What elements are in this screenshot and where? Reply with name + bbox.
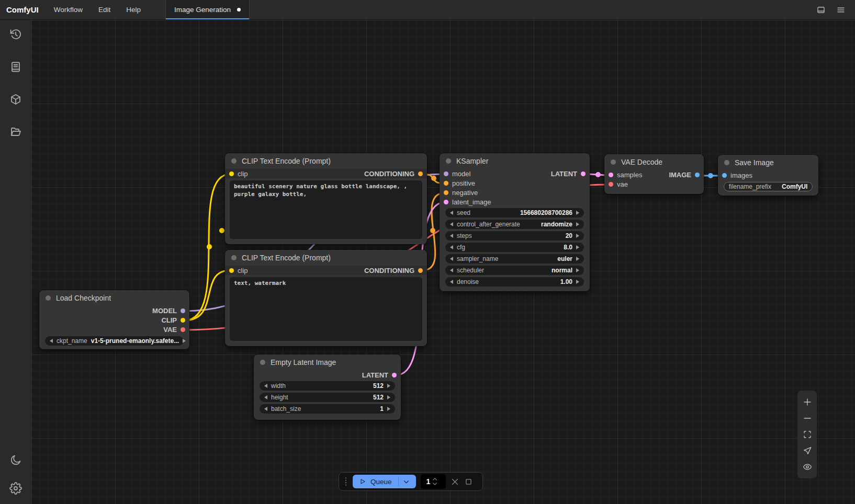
decrement-arrow-icon[interactable] (450, 234, 453, 238)
node-header[interactable]: VAE Decode (604, 154, 704, 170)
positive-input-dot[interactable] (444, 181, 448, 186)
batch-count-input[interactable]: 1 (421, 474, 446, 489)
increment-arrow-icon[interactable] (576, 280, 579, 284)
model-output-dot[interactable] (181, 308, 185, 313)
samples-input-dot[interactable] (609, 173, 613, 177)
vae-input-dot[interactable] (609, 182, 613, 187)
prev-value-arrow-icon[interactable] (50, 339, 53, 343)
collapse-dot-icon[interactable] (611, 159, 616, 165)
prev-value-arrow-icon[interactable] (450, 222, 453, 226)
vae-output-dot[interactable] (181, 327, 185, 332)
clear-queue-icon[interactable] (451, 477, 459, 486)
prompt-textarea[interactable]: text, watermark (230, 277, 422, 341)
node-clip-text-encode-positive[interactable]: CLIP Text Encode (Prompt) clip CONDITION… (225, 153, 427, 244)
workflows-folder-icon[interactable] (9, 125, 22, 138)
settings-gear-icon[interactable] (9, 482, 22, 495)
next-value-arrow-icon[interactable] (576, 257, 579, 261)
model-input-dot[interactable] (444, 171, 448, 176)
clip-input-dot[interactable] (229, 171, 234, 176)
queue-button[interactable]: Queue (353, 475, 416, 488)
increment-arrow-icon[interactable] (387, 395, 390, 399)
next-value-arrow-icon[interactable] (183, 339, 186, 343)
node-ksampler[interactable]: KSampler model LATENT positive negative (440, 153, 590, 291)
conditioning-output-dot[interactable] (418, 268, 423, 273)
node-header[interactable]: CLIP Text Encode (Prompt) (225, 250, 427, 266)
bottom-panel-toggle-icon[interactable] (816, 5, 826, 15)
node-save-image[interactable]: Save Image images filename_prefix ComfyU… (718, 155, 818, 196)
collapse-dot-icon[interactable] (46, 295, 51, 301)
menu-help[interactable]: Help (118, 0, 149, 19)
count-increment-icon[interactable] (432, 477, 437, 481)
stop-icon[interactable] (464, 477, 473, 486)
decrement-arrow-icon[interactable] (264, 407, 267, 411)
count-decrement-icon[interactable] (432, 482, 437, 486)
tab-image-generation[interactable]: Image Generation (165, 0, 250, 19)
node-clip-text-encode-negative[interactable]: CLIP Text Encode (Prompt) clip CONDITION… (225, 250, 427, 346)
input-vae: vae (609, 180, 628, 188)
latent-output-dot[interactable] (392, 373, 397, 377)
next-value-arrow-icon[interactable] (576, 268, 579, 272)
hamburger-menu-icon[interactable] (836, 5, 846, 15)
model-library-icon[interactable] (9, 93, 22, 106)
node-header[interactable]: Empty Latent Image (254, 354, 401, 370)
decrement-arrow-icon[interactable] (264, 384, 267, 388)
queue-history-icon[interactable] (9, 28, 22, 41)
node-header[interactable]: Load Checkpoint (39, 290, 189, 306)
widget-ckpt-name[interactable]: ckpt_name v1-5-pruned-emaonly.safete... (45, 336, 184, 346)
widget-denoise[interactable]: denoise 1.00 (445, 277, 584, 287)
node-header[interactable]: KSampler (440, 153, 590, 169)
widget-control-after-generate[interactable]: control_after_generate randomize (445, 220, 584, 229)
widget-batch-size[interactable]: batch_size 1 (260, 404, 395, 414)
menu-edit[interactable]: Edit (91, 0, 118, 19)
widget-height[interactable]: height 512 (260, 393, 395, 402)
increment-arrow-icon[interactable] (387, 407, 390, 411)
decrement-arrow-icon[interactable] (450, 280, 453, 284)
widget-steps[interactable]: steps 20 (445, 231, 584, 240)
fit-view-icon[interactable] (803, 430, 812, 439)
node-header[interactable]: Save Image (718, 155, 818, 170)
node-vae-decode[interactable]: VAE Decode samples IMAGE vae (604, 154, 704, 194)
decrement-arrow-icon[interactable] (450, 211, 453, 215)
decrement-arrow-icon[interactable] (264, 395, 267, 399)
collapse-dot-icon[interactable] (260, 360, 265, 365)
increment-arrow-icon[interactable] (576, 211, 579, 215)
clip-output-dot[interactable] (181, 318, 185, 323)
widget-filename-prefix[interactable]: filename_prefix ComfyUI (724, 182, 813, 191)
clip-input-dot[interactable] (229, 268, 234, 273)
widget-seed[interactable]: seed 156680208700286 (445, 208, 584, 217)
negative-input-dot[interactable] (444, 190, 448, 195)
widget-cfg[interactable]: cfg 8.0 (445, 243, 584, 252)
next-value-arrow-icon[interactable] (576, 222, 579, 226)
collapse-dot-icon[interactable] (231, 255, 237, 260)
collapse-dot-icon[interactable] (446, 158, 451, 164)
widget-scheduler[interactable]: scheduler normal (445, 266, 584, 275)
increment-arrow-icon[interactable] (576, 245, 579, 249)
node-load-checkpoint[interactable]: Load Checkpoint MODEL CLIP VAE ck (39, 290, 189, 349)
prev-value-arrow-icon[interactable] (450, 268, 453, 272)
drag-handle-icon[interactable] (344, 476, 348, 487)
decrement-arrow-icon[interactable] (450, 245, 453, 249)
increment-arrow-icon[interactable] (387, 384, 390, 388)
image-output-dot[interactable] (695, 173, 700, 177)
latent-image-input-dot[interactable] (444, 200, 448, 204)
images-input-dot[interactable] (722, 173, 727, 178)
menu-workflow[interactable]: Workflow (46, 0, 91, 19)
zoom-out-icon[interactable] (803, 414, 812, 423)
zoom-in-icon[interactable] (803, 397, 812, 407)
node-library-icon[interactable] (9, 61, 22, 73)
node-header[interactable]: CLIP Text Encode (Prompt) (225, 153, 427, 169)
conditioning-output-dot[interactable] (418, 171, 423, 176)
collapse-dot-icon[interactable] (231, 158, 237, 164)
prompt-textarea[interactable]: beautiful scenery nature glass bottle la… (230, 180, 422, 239)
node-empty-latent-image[interactable]: Empty Latent Image LATENT width 512 heig… (254, 354, 401, 420)
increment-arrow-icon[interactable] (576, 234, 579, 238)
queue-options-button[interactable] (398, 477, 414, 486)
widget-width[interactable]: width 512 (260, 381, 395, 391)
theme-moon-icon[interactable] (9, 454, 22, 466)
latent-output-dot[interactable] (581, 171, 586, 176)
collapse-dot-icon[interactable] (724, 160, 729, 165)
select-mode-icon[interactable] (803, 446, 812, 455)
prev-value-arrow-icon[interactable] (450, 257, 453, 261)
widget-sampler-name[interactable]: sampler_name euler (445, 254, 584, 264)
toggle-visibility-eye-icon[interactable] (803, 462, 812, 472)
